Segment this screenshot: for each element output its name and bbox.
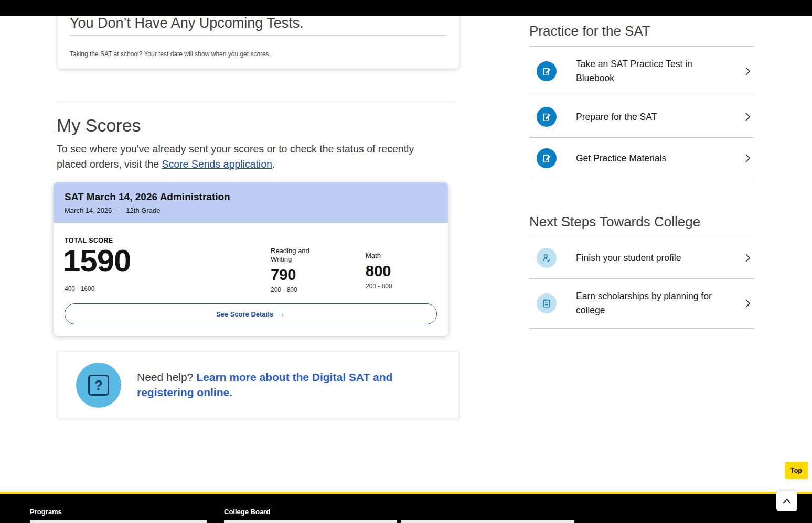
sidebar: Practice for the SAT Take an SAT Practic…	[529, 23, 754, 329]
chevron-right-icon	[745, 253, 751, 263]
sidebar-item-label: Finish your student profile	[576, 251, 681, 265]
back-to-top-button[interactable]: Top	[785, 462, 808, 479]
top-banner	[0, 0, 812, 16]
math-value: 800	[366, 263, 418, 280]
sidebar-item-practice-materials[interactable]: Get Practice Materials	[529, 138, 754, 179]
scholarships-planner-icon	[537, 293, 557, 313]
score-card-body: TOTAL SCORE 1590 400 - 1600 Reading and …	[54, 223, 448, 336]
student-profile-icon	[537, 248, 557, 268]
chevron-right-icon	[745, 299, 751, 308]
mysat-scores-page: You Don’t Have Any Upcoming Tests. Takin…	[0, 0, 812, 523]
help-card: ? Need help? Learn more about the Digita…	[58, 351, 459, 419]
chevron-up-icon	[782, 497, 792, 505]
chevron-right-icon	[745, 154, 751, 163]
sidebar-item-scholarships[interactable]: Earn scholarships by planning for colleg…	[529, 279, 754, 329]
question-mark-icon: ?	[76, 363, 121, 408]
footer-strip	[224, 520, 397, 523]
reading-writing-label: Reading and Writing	[271, 247, 323, 264]
grade-level: 12th Grade	[126, 206, 160, 214]
reading-writing-value: 790	[271, 266, 323, 284]
score-sends-link[interactable]: Score Sends application	[162, 158, 272, 170]
see-score-details-label: See Score Details	[216, 310, 273, 318]
section-divider	[58, 101, 455, 101]
upcoming-tests-note: Taking the SAT at school? Your test date…	[70, 50, 447, 58]
practice-materials-icon	[537, 148, 557, 168]
sidebar-item-student-profile[interactable]: Finish your student profile	[529, 237, 754, 279]
reading-writing-range: 200 - 800	[271, 286, 323, 293]
practice-heading: Practice for the SAT	[529, 23, 754, 47]
footer-column-college-board: College Board	[224, 508, 270, 516]
score-card: SAT March 14, 2026 Administration March …	[54, 182, 448, 336]
total-score-value: 1590	[63, 245, 131, 277]
sidebar-item-label: Earn scholarships by planning for colleg…	[576, 289, 715, 318]
footer-column-programs: Programs	[30, 508, 62, 516]
score-card-meta: March 14, 2026 12th Grade	[65, 206, 437, 214]
my-scores-heading: My Scores	[57, 115, 141, 136]
sidebar-spacer	[529, 179, 754, 214]
next-steps-heading: Next Steps Towards College	[529, 214, 754, 237]
sidebar-item-label: Get Practice Materials	[576, 151, 666, 166]
footer-strip	[401, 520, 574, 523]
math-label: Math	[366, 252, 418, 260]
scroll-to-top-button[interactable]	[776, 491, 797, 511]
reading-writing-score: Reading and Writing 790 200 - 800	[271, 247, 323, 293]
chevron-right-icon	[745, 112, 751, 122]
yellow-divider	[0, 492, 812, 494]
test-date: March 14, 2026	[65, 206, 112, 214]
my-scores-description: To see where you've already sent your sc…	[57, 141, 430, 172]
upcoming-card-divider	[70, 35, 447, 36]
upcoming-tests-title: You Don’t Have Any Upcoming Tests.	[70, 15, 447, 32]
sidebar-item-practice-test-bluebook[interactable]: Take an SAT Practice Test in Bluebook	[529, 47, 754, 96]
score-card-header: SAT March 14, 2026 Administration March …	[54, 182, 448, 223]
arrow-right-icon: →	[277, 309, 285, 319]
practice-test-icon	[537, 61, 557, 81]
footer: Programs College Board	[0, 494, 812, 523]
math-range: 200 - 800	[366, 282, 418, 290]
sidebar-item-label: Take an SAT Practice Test in Bluebook	[576, 57, 715, 85]
score-card-title: SAT March 14, 2026 Administration	[65, 191, 437, 203]
math-score: Math 800 200 - 800	[366, 252, 418, 290]
help-text: Need help? Learn more about the Digital …	[137, 369, 412, 400]
total-score-range: 400 - 1600	[65, 285, 94, 292]
see-score-details-button[interactable]: See Score Details →	[65, 303, 437, 324]
meta-separator	[119, 206, 119, 214]
chevron-right-icon	[745, 67, 751, 76]
prepare-sat-icon	[537, 107, 557, 127]
sidebar-item-label: Prepare for the SAT	[576, 110, 657, 124]
sidebar-item-prepare-sat[interactable]: Prepare for the SAT	[529, 96, 754, 138]
help-prefix: Need help?	[137, 371, 196, 383]
description-period: .	[272, 158, 275, 170]
question-glyph: ?	[88, 375, 109, 396]
footer-strip	[30, 520, 207, 523]
